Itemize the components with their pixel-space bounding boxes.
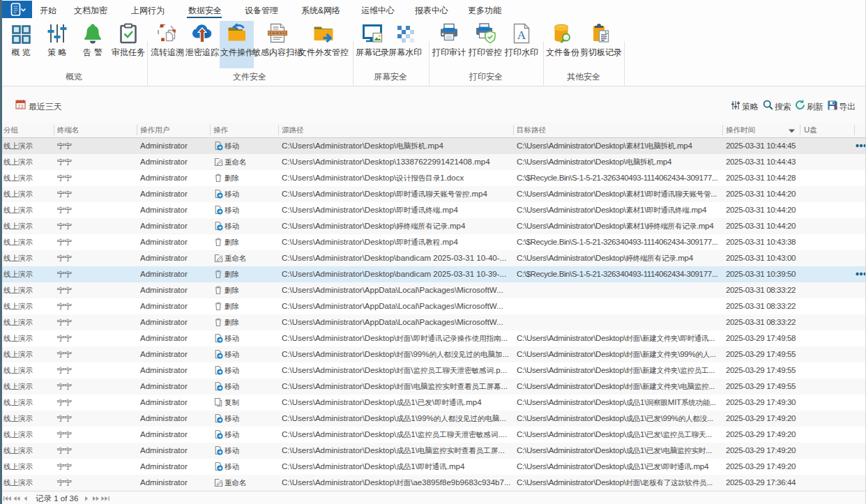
svg-text:A: A bbox=[517, 29, 526, 42]
svg-text:23: 23 bbox=[17, 103, 23, 109]
